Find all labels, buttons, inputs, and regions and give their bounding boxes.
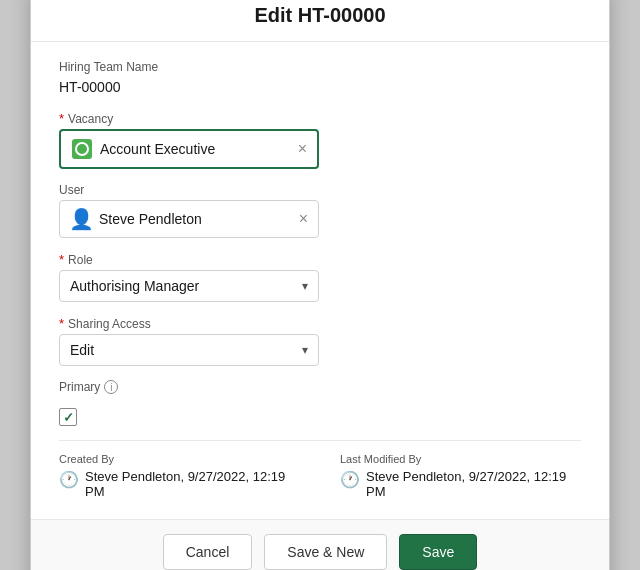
sharing-access-value: Edit: [70, 342, 94, 358]
primary-label: Primary i: [59, 380, 118, 394]
vacancy-type-icon: [72, 139, 92, 159]
role-label: * Role: [59, 252, 581, 267]
dialog-body: Hiring Team Name HT-00000 * Vacancy Acco…: [31, 42, 609, 519]
sharing-access-label: * Sharing Access: [59, 316, 581, 331]
dialog-header: Edit HT-00000: [31, 0, 609, 42]
sharing-chevron-icon: ▾: [302, 343, 308, 357]
sharing-access-select[interactable]: Edit ▾: [59, 334, 319, 366]
created-by-value: 🕐 Steve Pendleton, 9/27/2022, 12:19 PM: [59, 469, 300, 499]
hiring-team-value: HT-00000: [59, 77, 581, 97]
edit-dialog: Edit HT-00000 Hiring Team Name HT-00000 …: [30, 0, 610, 570]
user-value: Steve Pendleton: [99, 211, 202, 227]
divider: [59, 440, 581, 441]
save-button[interactable]: Save: [399, 534, 477, 570]
role-chevron-icon: ▾: [302, 279, 308, 293]
primary-checkbox-container: [59, 408, 581, 426]
created-by-label: Created By: [59, 453, 300, 465]
primary-checkbox-group: [59, 408, 581, 426]
vacancy-value: Account Executive: [100, 141, 215, 157]
hiring-team-label: Hiring Team Name: [59, 60, 581, 74]
vacancy-icon: [71, 138, 93, 160]
created-by-block: Created By 🕐 Steve Pendleton, 9/27/2022,…: [59, 453, 300, 499]
cancel-button[interactable]: Cancel: [163, 534, 253, 570]
user-clear-icon[interactable]: ×: [299, 211, 308, 227]
user-field: User 👤 Steve Pendleton ×: [59, 183, 581, 238]
modified-by-block: Last Modified By 🕐 Steve Pendleton, 9/27…: [340, 453, 581, 499]
created-clock-icon: 🕐: [59, 470, 79, 489]
vacancy-input[interactable]: Account Executive ×: [59, 129, 319, 169]
primary-checkbox[interactable]: [59, 408, 77, 426]
vacancy-clear-icon[interactable]: ×: [298, 141, 307, 157]
vacancy-field: * Vacancy Account Executive ×: [59, 111, 581, 169]
role-value: Authorising Manager: [70, 278, 199, 294]
dialog-title: Edit HT-00000: [55, 4, 585, 27]
sharing-required: *: [59, 316, 64, 331]
vacancy-label: * Vacancy: [59, 111, 581, 126]
role-field: * Role Authorising Manager ▾: [59, 252, 581, 302]
save-new-button[interactable]: Save & New: [264, 534, 387, 570]
primary-info-icon[interactable]: i: [104, 380, 118, 394]
modified-clock-icon: 🕐: [340, 470, 360, 489]
primary-row: Primary i: [59, 380, 581, 394]
role-required: *: [59, 252, 64, 267]
modified-by-value: 🕐 Steve Pendleton, 9/27/2022, 12:19 PM: [340, 469, 581, 499]
user-icon: 👤: [70, 208, 92, 230]
meta-row: Created By 🕐 Steve Pendleton, 9/27/2022,…: [59, 453, 581, 499]
user-label: User: [59, 183, 581, 197]
modified-by-label: Last Modified By: [340, 453, 581, 465]
vacancy-required: *: [59, 111, 64, 126]
role-select[interactable]: Authorising Manager ▾: [59, 270, 319, 302]
hiring-team-field: Hiring Team Name HT-00000: [59, 60, 581, 97]
sharing-access-field: * Sharing Access Edit ▾: [59, 316, 581, 366]
user-input[interactable]: 👤 Steve Pendleton ×: [59, 200, 319, 238]
dialog-footer: Cancel Save & New Save: [31, 519, 609, 570]
